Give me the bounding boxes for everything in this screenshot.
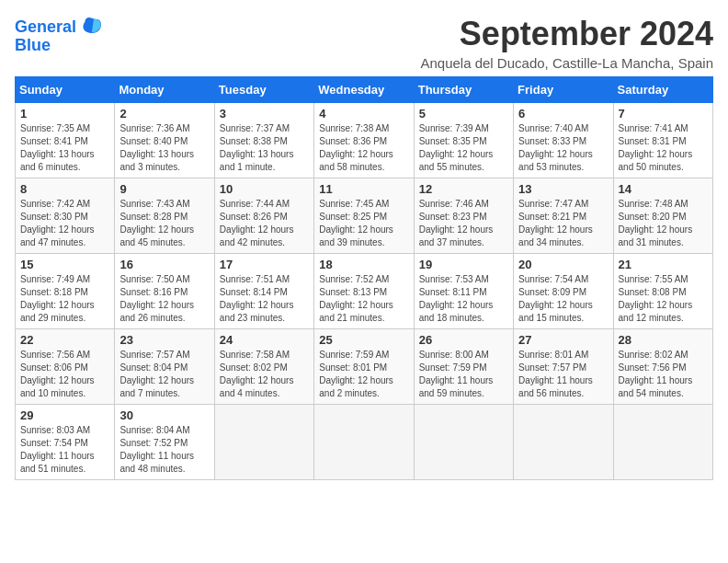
weekday-header: Saturday bbox=[613, 77, 712, 103]
day-number: 28 bbox=[619, 333, 708, 347]
day-number: 14 bbox=[619, 182, 708, 196]
day-info: Sunrise: 8:02 AMSunset: 7:56 PMDaylight:… bbox=[619, 349, 708, 400]
day-info: Sunrise: 7:35 AMSunset: 8:41 PMDaylight:… bbox=[20, 122, 109, 174]
day-info: Sunrise: 7:59 AMSunset: 8:01 PMDaylight:… bbox=[319, 349, 408, 400]
day-info: Sunrise: 8:01 AMSunset: 7:57 PMDaylight:… bbox=[518, 349, 608, 400]
calendar-cell: 10Sunrise: 7:44 AMSunset: 8:26 PMDayligh… bbox=[214, 178, 313, 254]
calendar-cell: 15Sunrise: 7:49 AMSunset: 8:18 PMDayligh… bbox=[16, 254, 115, 329]
day-info: Sunrise: 7:44 AMSunset: 8:26 PMDaylight:… bbox=[220, 198, 309, 249]
day-number: 12 bbox=[419, 182, 508, 196]
day-info: Sunrise: 7:47 AMSunset: 8:21 PMDaylight:… bbox=[518, 198, 608, 249]
calendar-cell: 29Sunrise: 8:03 AMSunset: 7:54 PMDayligh… bbox=[16, 405, 115, 480]
title-block: September 2024 Anquela del Ducado, Casti… bbox=[420, 15, 713, 71]
day-number: 13 bbox=[518, 182, 608, 196]
day-number: 4 bbox=[319, 107, 408, 121]
day-info: Sunrise: 7:40 AMSunset: 8:33 PMDaylight:… bbox=[518, 122, 608, 174]
day-number: 30 bbox=[119, 408, 209, 422]
day-info: Sunrise: 7:42 AMSunset: 8:30 PMDaylight:… bbox=[20, 198, 109, 249]
day-number: 9 bbox=[119, 182, 209, 196]
calendar-week-row: 8Sunrise: 7:42 AMSunset: 8:30 PMDaylight… bbox=[16, 178, 713, 254]
day-info: Sunrise: 7:45 AMSunset: 8:25 PMDaylight:… bbox=[319, 198, 408, 249]
calendar-cell: 19Sunrise: 7:53 AMSunset: 8:11 PMDayligh… bbox=[414, 254, 513, 329]
day-number: 20 bbox=[518, 258, 608, 271]
day-number: 6 bbox=[518, 107, 608, 121]
day-number: 7 bbox=[619, 107, 708, 121]
day-info: Sunrise: 8:00 AMSunset: 7:59 PMDaylight:… bbox=[419, 349, 508, 400]
day-number: 15 bbox=[20, 258, 109, 271]
logo-icon bbox=[78, 15, 104, 40]
day-number: 3 bbox=[220, 107, 309, 121]
calendar-cell: 28Sunrise: 8:02 AMSunset: 7:56 PMDayligh… bbox=[613, 329, 712, 405]
calendar-cell: 22Sunrise: 7:56 AMSunset: 8:06 PMDayligh… bbox=[16, 329, 115, 405]
day-info: Sunrise: 7:39 AMSunset: 8:35 PMDaylight:… bbox=[419, 122, 508, 174]
calendar-table: SundayMondayTuesdayWednesdayThursdayFrid… bbox=[15, 76, 713, 480]
weekday-header: Friday bbox=[514, 77, 613, 103]
logo-text-blue: Blue bbox=[15, 37, 51, 55]
day-number: 2 bbox=[119, 107, 209, 121]
day-number: 16 bbox=[119, 258, 209, 271]
day-info: Sunrise: 7:46 AMSunset: 8:23 PMDaylight:… bbox=[419, 198, 508, 249]
calendar-subtitle: Anquela del Ducado, Castille-La Mancha, … bbox=[420, 55, 713, 71]
calendar-cell: 21Sunrise: 7:55 AMSunset: 8:08 PMDayligh… bbox=[613, 254, 712, 329]
calendar-cell: 8Sunrise: 7:42 AMSunset: 8:30 PMDaylight… bbox=[16, 178, 115, 254]
day-info: Sunrise: 7:54 AMSunset: 8:09 PMDaylight:… bbox=[518, 273, 608, 325]
calendar-cell: 17Sunrise: 7:51 AMSunset: 8:14 PMDayligh… bbox=[214, 254, 313, 329]
day-info: Sunrise: 7:48 AMSunset: 8:20 PMDaylight:… bbox=[619, 198, 708, 249]
calendar-week-row: 15Sunrise: 7:49 AMSunset: 8:18 PMDayligh… bbox=[16, 254, 713, 329]
day-info: Sunrise: 7:41 AMSunset: 8:31 PMDaylight:… bbox=[619, 122, 708, 174]
calendar-week-row: 1Sunrise: 7:35 AMSunset: 8:41 PMDaylight… bbox=[16, 103, 713, 178]
weekday-header-row: SundayMondayTuesdayWednesdayThursdayFrid… bbox=[16, 77, 713, 103]
calendar-cell: 3Sunrise: 7:37 AMSunset: 8:38 PMDaylight… bbox=[214, 103, 313, 178]
calendar-cell: 18Sunrise: 7:52 AMSunset: 8:13 PMDayligh… bbox=[314, 254, 414, 329]
calendar-cell: 13Sunrise: 7:47 AMSunset: 8:21 PMDayligh… bbox=[514, 178, 613, 254]
day-number: 23 bbox=[119, 333, 209, 347]
day-number: 1 bbox=[20, 107, 109, 121]
calendar-cell: 6Sunrise: 7:40 AMSunset: 8:33 PMDaylight… bbox=[514, 103, 613, 178]
calendar-cell: 30Sunrise: 8:04 AMSunset: 7:52 PMDayligh… bbox=[115, 405, 214, 480]
day-info: Sunrise: 7:37 AMSunset: 8:38 PMDaylight:… bbox=[220, 122, 309, 174]
day-number: 8 bbox=[20, 182, 109, 196]
day-number: 10 bbox=[220, 182, 309, 196]
calendar-cell: 26Sunrise: 8:00 AMSunset: 7:59 PMDayligh… bbox=[414, 329, 513, 405]
day-number: 17 bbox=[220, 258, 309, 271]
day-number: 25 bbox=[319, 333, 408, 347]
calendar-cell: 20Sunrise: 7:54 AMSunset: 8:09 PMDayligh… bbox=[514, 254, 613, 329]
calendar-week-row: 29Sunrise: 8:03 AMSunset: 7:54 PMDayligh… bbox=[16, 405, 713, 480]
day-info: Sunrise: 7:58 AMSunset: 8:02 PMDaylight:… bbox=[220, 349, 309, 400]
weekday-header: Sunday bbox=[16, 77, 115, 103]
day-number: 24 bbox=[220, 333, 309, 347]
day-number: 21 bbox=[619, 258, 708, 271]
day-info: Sunrise: 8:03 AMSunset: 7:54 PMDaylight:… bbox=[20, 424, 109, 476]
calendar-cell bbox=[214, 405, 313, 480]
calendar-cell: 4Sunrise: 7:38 AMSunset: 8:36 PMDaylight… bbox=[314, 103, 414, 178]
day-number: 11 bbox=[319, 182, 408, 196]
day-number: 26 bbox=[419, 333, 508, 347]
calendar-cell bbox=[414, 405, 513, 480]
day-info: Sunrise: 7:56 AMSunset: 8:06 PMDaylight:… bbox=[20, 349, 109, 400]
calendar-cell: 5Sunrise: 7:39 AMSunset: 8:35 PMDaylight… bbox=[414, 103, 513, 178]
calendar-cell: 9Sunrise: 7:43 AMSunset: 8:28 PMDaylight… bbox=[115, 178, 214, 254]
day-info: Sunrise: 7:49 AMSunset: 8:18 PMDaylight:… bbox=[20, 273, 109, 325]
day-info: Sunrise: 7:57 AMSunset: 8:04 PMDaylight:… bbox=[119, 349, 209, 400]
weekday-header: Tuesday bbox=[214, 77, 313, 103]
calendar-cell bbox=[613, 405, 712, 480]
day-number: 5 bbox=[419, 107, 508, 121]
logo-text: General bbox=[15, 18, 76, 37]
calendar-cell bbox=[314, 405, 414, 480]
calendar-cell: 27Sunrise: 8:01 AMSunset: 7:57 PMDayligh… bbox=[514, 329, 613, 405]
calendar-cell: 24Sunrise: 7:58 AMSunset: 8:02 PMDayligh… bbox=[214, 329, 313, 405]
calendar-cell: 2Sunrise: 7:36 AMSunset: 8:40 PMDaylight… bbox=[115, 103, 214, 178]
calendar-cell: 16Sunrise: 7:50 AMSunset: 8:16 PMDayligh… bbox=[115, 254, 214, 329]
calendar-cell bbox=[514, 405, 613, 480]
day-number: 18 bbox=[319, 258, 408, 271]
page-header: General Blue September 2024 Anquela del … bbox=[15, 15, 713, 71]
day-info: Sunrise: 8:04 AMSunset: 7:52 PMDaylight:… bbox=[119, 424, 209, 476]
calendar-cell: 7Sunrise: 7:41 AMSunset: 8:31 PMDaylight… bbox=[613, 103, 712, 178]
day-info: Sunrise: 7:55 AMSunset: 8:08 PMDaylight:… bbox=[619, 273, 708, 325]
day-info: Sunrise: 7:52 AMSunset: 8:13 PMDaylight:… bbox=[319, 273, 408, 325]
calendar-cell: 12Sunrise: 7:46 AMSunset: 8:23 PMDayligh… bbox=[414, 178, 513, 254]
calendar-cell: 14Sunrise: 7:48 AMSunset: 8:20 PMDayligh… bbox=[613, 178, 712, 254]
weekday-header: Wednesday bbox=[314, 77, 414, 103]
weekday-header: Thursday bbox=[414, 77, 513, 103]
day-info: Sunrise: 7:38 AMSunset: 8:36 PMDaylight:… bbox=[319, 122, 408, 174]
